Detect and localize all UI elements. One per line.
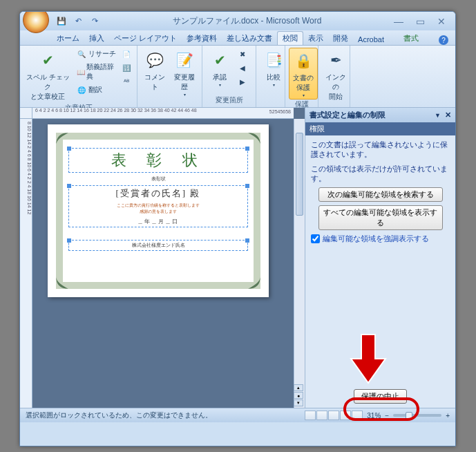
status-message: 選択範囲がロックされているため、この変更はできません。 [26, 411, 212, 420]
translate-button[interactable]: 🌐翻訳 [75, 84, 117, 96]
editable-region[interactable]: 表 彰 状 [68, 148, 248, 173]
protect-document-button[interactable]: 🔒文書の 保護▾ [289, 48, 318, 100]
certificate-date: ＿年＿月＿日 [70, 218, 246, 225]
close-button[interactable]: ✕ [437, 16, 446, 27]
recipient-name: [受賞者の氏名] 殿 [70, 187, 246, 200]
next-icon: ▶ [237, 76, 248, 87]
titlebar: 💾 ↶ ↷ サンプルファイル.docx - Microsoft Word — ▭… [20, 12, 455, 30]
next-change-button[interactable]: ▶ [236, 75, 249, 88]
tab-review[interactable]: 校閲 [277, 31, 303, 45]
office-button[interactable] [23, 11, 49, 33]
lock-icon: 🔒 [292, 50, 314, 72]
misc-icon: 📄 [121, 48, 132, 59]
zoom-in-button[interactable]: + [446, 412, 450, 420]
prev-change-button[interactable]: ◀ [236, 62, 249, 74]
tab-insert[interactable]: 挿入 [84, 32, 109, 45]
ribbon-group-comments: 💬コメント 📝変更履歴▾ [137, 46, 202, 107]
show-all-regions-button[interactable]: すべての編集可能な領域を表示する [318, 205, 443, 230]
editable-region[interactable]: 株式会社様度エンド氏名 [68, 240, 248, 251]
quick-access-toolbar: 💾 ↶ ↷ [56, 16, 100, 27]
ruler-end: 52545658 [269, 109, 291, 114]
protection-message-2: この領域では表示だけが許可されています。 [311, 164, 450, 184]
minimize-button[interactable]: — [394, 16, 403, 27]
horizontal-ruler[interactable]: 6 4 2 2 4 6 8 10 12 14 16 18 20 22 24 26… [32, 108, 294, 119]
misc-button-1[interactable]: 📄 [120, 48, 133, 60]
highlight-regions-checkbox[interactable]: 編集可能な領域を強調表示する [311, 234, 450, 244]
accept-button[interactable]: ✔承認▾ [206, 48, 234, 88]
web-layout-view[interactable] [328, 411, 339, 420]
window-controls: — ▭ ✕ [394, 16, 446, 27]
annotation-ring [343, 397, 419, 421]
book-icon: 📖 [76, 66, 86, 77]
scrollbar-thumb[interactable] [296, 133, 303, 216]
document-area: 6 4 2 2 4 6 8 10 12 14 16 18 20 22 24 26… [20, 108, 305, 408]
find-next-region-button[interactable]: 次の編集可能な領域を検索する [318, 187, 443, 202]
help-icon[interactable]: ? [439, 35, 448, 45]
window-title: サンプルファイル.docx - Microsoft Word [100, 15, 394, 27]
editable-region[interactable]: [受賞者の氏名] 殿 ここに貴方の貢行功績を称すると表彰します 感謝の意を表しま… [68, 185, 248, 227]
certificate-content: 表 彰 状 表彰状 [受賞者の氏名] 殿 ここに貴方の貢行功績を称すると表彰しま… [68, 145, 248, 276]
tab-references[interactable]: 参考資料 [182, 32, 222, 45]
taskpane-menu-icon[interactable]: ▼ [435, 112, 441, 119]
app-window: 💾 ↶ ↷ サンプルファイル.docx - Microsoft Word — ▭… [19, 11, 456, 446]
taskpane-header: 書式設定と編集の制限 ▼ ✕ [305, 108, 455, 122]
vertical-scrollbar[interactable]: ▴ ● ▾ [294, 119, 305, 408]
misc-button-3[interactable]: ᴬᴮ [120, 75, 133, 88]
tab-mailings[interactable]: 差し込み文書 [222, 32, 277, 45]
corner-ornament [247, 275, 262, 290]
research-button[interactable]: 🔍リサーチ [75, 48, 117, 60]
corner-ornament [55, 131, 70, 147]
thesaurus-button[interactable]: 📖類義語辞典 [75, 62, 117, 82]
tab-view[interactable]: 表示 [303, 32, 328, 45]
certificate-signer: 株式会社様度エンド氏名 [70, 242, 246, 249]
spellcheck-icon: ✔ [37, 49, 59, 71]
browse-object-button[interactable]: ● [294, 392, 303, 399]
ribbon-group-compare: 📑比較▾ [256, 46, 285, 107]
undo-icon[interactable]: ↶ [73, 16, 84, 27]
pen-icon: ✒ [325, 49, 347, 71]
save-icon[interactable]: 💾 [56, 16, 67, 27]
document-page[interactable]: 表 彰 状 表彰状 [受賞者の氏名] 殿 ここに貴方の貢行功績を称すると表彰しま… [48, 124, 269, 297]
compare-icon: 📑 [263, 49, 285, 71]
tab-format-context[interactable]: 書式 [399, 32, 423, 45]
track-changes-button[interactable]: 📝変更履歴▾ [171, 48, 198, 98]
certificate-subtitle: 表彰状 [68, 176, 248, 182]
vertical-ruler[interactable]: 8 10 12 14 2 4 6 8 10 6 4 2 2 4 18 16 14… [20, 119, 32, 408]
taskpane-close-icon[interactable]: ✕ [445, 111, 451, 120]
reject-icon: ✖ [237, 48, 248, 59]
full-screen-view[interactable] [316, 411, 327, 420]
translate-icon: 🌐 [76, 84, 87, 95]
tab-home[interactable]: ホーム [52, 32, 84, 45]
highlight-checkbox-input[interactable] [311, 234, 320, 243]
comment-button[interactable]: 💬コメント [141, 48, 169, 93]
prev-page-button[interactable]: ▴ [294, 384, 303, 391]
reject-button[interactable]: ✖ [236, 48, 249, 60]
prev-icon: ◀ [237, 62, 248, 73]
corner-ornament [247, 131, 262, 147]
corner-ornament [55, 275, 70, 290]
compare-button[interactable]: 📑比較▾ [260, 48, 287, 88]
ribbon: ✔ スペル チェック と文章校正 🔍リサーチ 📖類義語辞典 🌐翻訳 📄 🔢 ᴬᴮ… [20, 46, 455, 108]
content-area: 6 4 2 2 4 6 8 10 12 14 16 18 20 22 24 26… [20, 108, 455, 408]
ribbon-group-proofing: ✔ スペル チェック と文章校正 🔍リサーチ 📖類義語辞典 🌐翻訳 📄 🔢 ᴬᴮ… [20, 46, 137, 107]
print-layout-view[interactable] [305, 411, 316, 420]
tab-acrobat[interactable]: Acrobat [353, 34, 389, 45]
taskpane-title: 書式設定と編集の制限 [310, 110, 385, 120]
comment-icon: 💬 [144, 49, 166, 71]
maximize-button[interactable]: ▭ [416, 16, 425, 27]
redo-icon[interactable]: ↷ [89, 16, 100, 27]
browse-object-buttons: ▴ ● ▾ [294, 384, 303, 406]
research-icon: 🔍 [76, 48, 87, 59]
ribbon-group-changes: ✔承認▾ ✖ ◀ ▶ 変更箇所 [202, 46, 256, 107]
accept-icon: ✔ [209, 49, 231, 71]
tab-page-layout[interactable]: ページ レイアウト [109, 32, 182, 45]
ink-button[interactable]: ✒インクの 開始 [322, 48, 350, 103]
ruler-corner [20, 108, 32, 119]
tab-developer[interactable]: 開発 [328, 32, 353, 45]
misc-button-2[interactable]: 🔢 [120, 62, 133, 74]
next-page-button[interactable]: ▾ [294, 399, 303, 406]
annotation-arrow [348, 331, 389, 388]
spellcheck-button[interactable]: ✔ スペル チェック と文章校正 [23, 48, 73, 103]
misc-icon: ᴬᴮ [121, 76, 132, 87]
ribbon-group-protect: 🔒文書の 保護▾ 保護 [285, 46, 318, 107]
